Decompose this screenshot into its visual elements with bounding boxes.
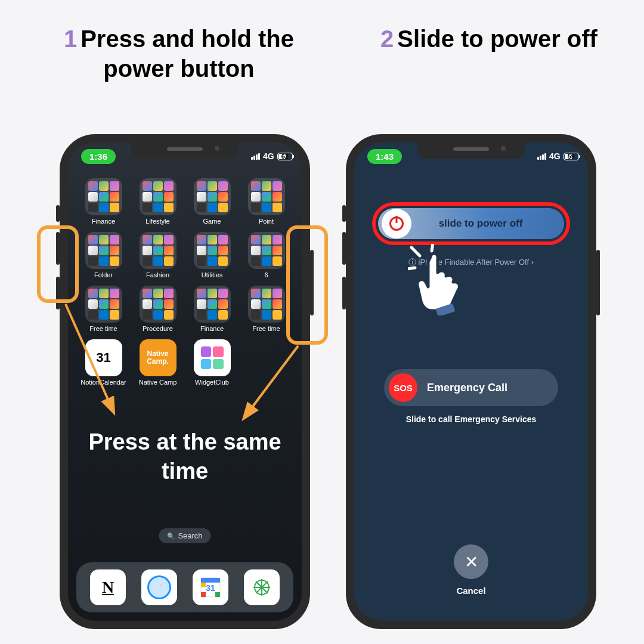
mute-switch[interactable] [56,205,60,222]
mute-switch[interactable] [342,205,346,222]
search-label: Search [178,531,202,540]
highlight-volume-buttons [37,225,79,303]
app-notion-calendar[interactable]: 31NotionCalendar [79,339,128,386]
folder-label: Folder [94,271,113,278]
app-native-camp[interactable]: Native Camp.Native Camp [133,339,182,386]
volume-up-button[interactable] [342,232,346,265]
app-widget-club[interactable]: WidgetClub [187,339,237,386]
folder-label: Utilities [202,271,222,278]
signal-icon [251,153,260,160]
svg-rect-7 [201,578,220,583]
folder-finance[interactable]: Finance [79,178,128,225]
folder-utilities[interactable]: Utilities [187,232,237,278]
cancel-button[interactable]: ✕ [454,544,488,579]
carrier-label: 4G [263,151,274,161]
chevron-right-icon: › [529,258,534,267]
folder-point[interactable]: Point [242,178,291,225]
volume-down-button[interactable] [342,277,346,309]
folder-label: 6 [264,271,268,278]
step-2-title: Slide to power off [397,26,597,52]
status-time: 1:36 [81,149,116,164]
svg-rect-9 [201,592,206,597]
phone-2-screen: 1:43 4G 59 slide to power off ⓘ iPhone F… [354,143,588,621]
folder-label: Finance [92,218,115,225]
status-right: 4G 62 [251,151,289,161]
app-label: WidgetClub [195,379,229,386]
step-1-heading: 1Press and hold the power button [36,24,322,83]
folder-freetime[interactable]: Free time [79,286,128,332]
phone-mock-1: 1:36 4G 62 Finance Lifestyle Game Point … [60,134,310,629]
folder-label: Free time [252,325,280,332]
folder-six[interactable]: 6 [242,232,291,278]
phone-1-screen: 1:36 4G 62 Finance Lifestyle Game Point … [68,143,302,621]
step-1-title: Press and hold the power button [80,26,294,82]
power-icon [389,216,404,231]
folder-label: Lifestyle [145,218,169,225]
phone-mock-2: 1:43 4G 59 slide to power off ⓘ iPhone F… [346,134,596,629]
folder-label: Point [259,218,274,225]
power-off-slider[interactable]: slide to power off [378,208,564,239]
tap-hand-icon [408,244,479,315]
svg-rect-10 [201,583,206,587]
status-time: 1:43 [367,149,402,164]
step-2-heading: 2Slide to power off [346,24,632,54]
home-grid: Finance Lifestyle Game Point Folder Fash… [79,178,291,386]
search-icon: 🔍 [167,532,175,540]
close-icon: ✕ [465,552,478,572]
folder-procedure[interactable]: Procedure [133,286,182,332]
folder-lifestyle[interactable]: Lifestyle [133,178,182,225]
emergency-call-slider[interactable]: SOS Emergency Call [384,369,558,406]
folder-label: Free time [89,325,117,332]
battery-percent: 62 [281,153,289,160]
highlight-power-button [286,225,328,345]
cancel-label: Cancel [354,586,588,596]
folder-label: Procedure [143,325,173,332]
battery-percent: 59 [568,153,575,160]
signal-icon [537,153,546,160]
svg-text:31: 31 [206,583,215,593]
emergency-subtext: Slide to call Emergency Services [354,414,588,424]
folder-label: Game [203,218,221,225]
power-slider-knob[interactable] [382,209,411,239]
folder-game[interactable]: Game [187,178,237,225]
folder-fashion[interactable]: Fashion [133,232,182,278]
sparkle-icon [250,575,274,599]
speaker-grille [167,147,203,151]
calendar-icon: 31 [85,339,122,376]
svg-line-15 [411,247,420,256]
power-button[interactable] [596,250,600,315]
dock-safari[interactable] [141,569,177,605]
folder-finance-2[interactable]: Finance [187,286,237,332]
sos-icon: SOS [389,373,417,402]
front-camera [215,146,219,151]
emergency-call-label: Emergency Call [427,382,507,394]
carrier-label: 4G [549,151,561,161]
svg-line-16 [408,268,415,269]
app-label: NotionCalendar [80,379,126,386]
front-camera [501,146,506,151]
widgetclub-icon [194,339,231,376]
step-2-number: 2 [380,26,394,52]
step-1-number: 1 [64,26,77,52]
app-label: Native Camp [139,379,177,386]
safari-icon [146,574,172,600]
svg-line-17 [432,244,433,251]
native-camp-icon: Native Camp. [140,339,177,376]
dock-chatgpt[interactable] [244,569,280,605]
calendar-icon: 31 [199,575,222,599]
dock-notion[interactable]: N [90,569,126,605]
highlight-power-slider: slide to power off [372,202,570,245]
folder-freetime-2[interactable]: Free time [242,286,291,332]
dock-google-calendar[interactable]: 31 [193,569,228,605]
folder-label: Finance [200,325,224,332]
status-right: 4G 59 [537,151,575,161]
press-same-time-overlay: Press at the same time [68,428,302,487]
spotlight-search[interactable]: 🔍Search [159,528,210,543]
folder-folder[interactable]: Folder [79,232,128,278]
power-slider-label: slide to power off [415,218,564,230]
folder-label: Fashion [146,271,169,278]
speaker-grille [453,147,489,151]
svg-rect-8 [215,592,220,597]
dock: N 31 [76,562,293,612]
